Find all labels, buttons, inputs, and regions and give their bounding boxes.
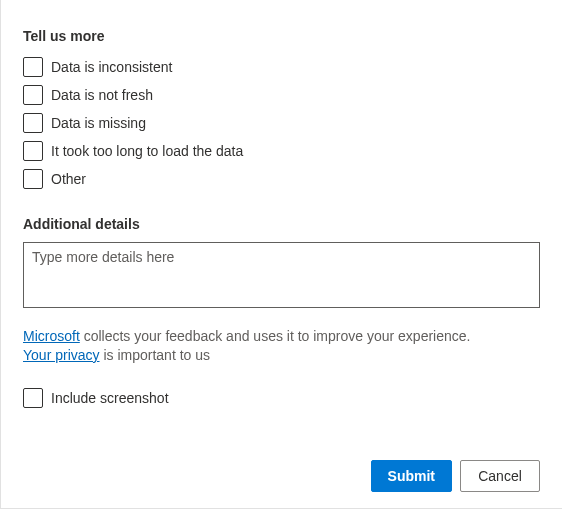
- checkbox-icon[interactable]: [23, 57, 43, 77]
- checkbox-row-inconsistent[interactable]: Data is inconsistent: [23, 54, 540, 80]
- checkbox-row-too-long[interactable]: It took too long to load the data: [23, 138, 540, 164]
- checkbox-label: Other: [51, 171, 86, 187]
- include-screenshot-row[interactable]: Include screenshot: [23, 385, 540, 411]
- privacy-link[interactable]: Your privacy: [23, 347, 100, 363]
- checkbox-label: Data is missing: [51, 115, 146, 131]
- disclaimer-part1: collects your feedback and uses it to im…: [80, 328, 471, 344]
- dialog-footer: Submit Cancel: [371, 460, 540, 492]
- checkbox-icon[interactable]: [23, 85, 43, 105]
- cancel-button[interactable]: Cancel: [460, 460, 540, 492]
- disclaimer-part2: is important to us: [100, 347, 211, 363]
- checkbox-icon[interactable]: [23, 141, 43, 161]
- feedback-panel: Tell us more Data is inconsistent Data i…: [1, 0, 562, 427]
- checkbox-label: Data is inconsistent: [51, 59, 172, 75]
- include-screenshot-label: Include screenshot: [51, 390, 169, 406]
- checkbox-row-other[interactable]: Other: [23, 166, 540, 192]
- checkbox-label: It took too long to load the data: [51, 143, 243, 159]
- checkbox-icon[interactable]: [23, 169, 43, 189]
- additional-details-title: Additional details: [23, 216, 540, 232]
- microsoft-link[interactable]: Microsoft: [23, 328, 80, 344]
- checkbox-icon[interactable]: [23, 388, 43, 408]
- submit-button[interactable]: Submit: [371, 460, 452, 492]
- tell-us-more-title: Tell us more: [23, 28, 540, 44]
- checkbox-row-missing[interactable]: Data is missing: [23, 110, 540, 136]
- checkbox-icon[interactable]: [23, 113, 43, 133]
- additional-details-input[interactable]: [23, 242, 540, 308]
- checkbox-row-not-fresh[interactable]: Data is not fresh: [23, 82, 540, 108]
- checkbox-label: Data is not fresh: [51, 87, 153, 103]
- disclaimer-text: Microsoft collects your feedback and use…: [23, 327, 540, 365]
